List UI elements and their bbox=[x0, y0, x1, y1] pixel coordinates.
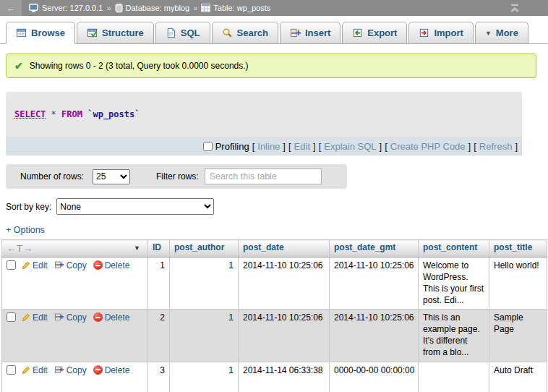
column-header-post-date-gmt[interactable]: post_date_gmt bbox=[330, 240, 419, 257]
sql-star: * bbox=[51, 109, 56, 119]
server-icon bbox=[29, 4, 39, 13]
explain-sql-link-group: [Explain SQL] bbox=[319, 141, 382, 152]
cell-post-date-gmt: 2014-11-10 10:25:06 bbox=[330, 310, 419, 362]
cell-post-content: Welcome to WordPress. This is your first… bbox=[419, 257, 489, 310]
back-button[interactable]: ← bbox=[0, 0, 22, 16]
database-icon bbox=[115, 4, 123, 13]
cell-actions: EditCopyDelete bbox=[2, 362, 148, 392]
success-message-text: Showing rows 0 - 2 (3 total, Query took … bbox=[30, 61, 249, 71]
delete-icon bbox=[93, 312, 103, 322]
tab-label: Browse bbox=[31, 27, 65, 38]
cell-post-content: This is an example page. It's different … bbox=[419, 310, 489, 362]
num-rows-select[interactable]: 25 bbox=[93, 169, 130, 184]
create-php-code-link[interactable]: Create PHP Code bbox=[388, 141, 468, 152]
inline-link-group: [Inline] bbox=[252, 141, 286, 152]
breadcrumb-table[interactable]: Table: wp_posts bbox=[201, 4, 270, 12]
sort-by-key-select[interactable]: None bbox=[56, 198, 214, 215]
copy-row-link[interactable]: Copy bbox=[54, 365, 87, 375]
sql-query-box: SELECT * FROM `wp_posts` bbox=[6, 92, 522, 137]
inline-link[interactable]: Inline bbox=[254, 141, 283, 152]
delete-row-link[interactable]: Delete bbox=[93, 260, 130, 270]
results-table: ←T→ ▼ ID post_author post_date post_date… bbox=[1, 239, 547, 392]
cell-post-date-gmt: 2014-11-10 10:25:06 bbox=[330, 257, 419, 310]
tab-insert[interactable]: Insert bbox=[280, 22, 341, 44]
edit-link[interactable]: Edit bbox=[291, 141, 313, 152]
breadcrumb-separator: » bbox=[106, 4, 111, 12]
edit-row-link[interactable]: Edit bbox=[21, 312, 48, 323]
bracket: ] bbox=[380, 141, 382, 152]
success-check-icon: ✔ bbox=[14, 60, 23, 72]
tab-structure[interactable]: Structure bbox=[77, 22, 154, 44]
cell-post-author: 1 bbox=[170, 310, 239, 362]
table-row: EditCopyDelete 2 1 2014-11-10 10:25:06 2… bbox=[2, 310, 547, 362]
table-row: EditCopyDelete 1 1 2014-11-10 10:25:06 2… bbox=[2, 257, 547, 310]
tab-search[interactable]: Search bbox=[212, 22, 278, 44]
cell-post-author: 1 bbox=[170, 257, 239, 310]
bracket: ] bbox=[283, 141, 286, 152]
tab-export[interactable]: Export bbox=[342, 22, 407, 44]
row-controls-bar: Number of rows: 25 Filter rows: bbox=[6, 164, 347, 189]
chevron-down-icon: ▼ bbox=[485, 30, 492, 37]
tab-label: Search bbox=[237, 27, 268, 38]
table-icon bbox=[201, 4, 210, 12]
breadcrumb-database-label: Database: myblog bbox=[126, 4, 190, 12]
breadcrumb-server[interactable]: Server: 127.0.0.1 bbox=[29, 4, 103, 13]
filter-input[interactable] bbox=[205, 169, 322, 184]
profiling-checkbox[interactable] bbox=[203, 142, 213, 151]
tab-browse[interactable]: Browse bbox=[6, 22, 75, 44]
search-icon bbox=[222, 27, 233, 38]
sql-page-icon bbox=[166, 27, 176, 38]
edit-row-link[interactable]: Edit bbox=[21, 260, 48, 270]
table-header-row: ←T→ ▼ ID post_author post_date post_date… bbox=[2, 240, 547, 257]
row-select-checkbox[interactable] bbox=[7, 260, 16, 270]
cell-id: 3 bbox=[148, 362, 170, 392]
query-section: SELECT * FROM `wp_posts` Profiling [Inli… bbox=[6, 92, 522, 155]
column-header-id[interactable]: ID bbox=[148, 240, 170, 257]
sort-row: Sort by key: None bbox=[6, 198, 548, 215]
cell-actions: EditCopyDelete bbox=[2, 257, 148, 310]
cell-post-title: Sample Page bbox=[489, 310, 547, 362]
query-tools-bar: Profiling [Inline] [Edit] [Explain SQL] … bbox=[6, 137, 522, 155]
cell-post-author: 1 bbox=[170, 362, 239, 392]
insert-row-icon bbox=[290, 27, 301, 38]
column-header-post-author[interactable]: post_author bbox=[170, 240, 239, 257]
tab-import[interactable]: Import bbox=[408, 22, 473, 44]
column-header-post-date[interactable]: post_date bbox=[239, 240, 330, 257]
breadcrumb-table-label: Table: wp_posts bbox=[213, 4, 270, 12]
options-toggle-link[interactable]: + Options bbox=[6, 225, 45, 235]
tab-label: Structure bbox=[102, 27, 144, 38]
tab-sql[interactable]: SQL bbox=[155, 22, 210, 44]
column-header-actions: ←T→ ▼ bbox=[2, 240, 148, 257]
copy-row-link[interactable]: Copy bbox=[54, 260, 87, 270]
cell-post-date: 2014-11-10 10:25:06 bbox=[239, 257, 330, 310]
column-header-post-title[interactable]: post_title bbox=[489, 240, 547, 257]
filter-rows-label: Filter rows: bbox=[156, 171, 199, 182]
edit-link-group: [Edit] bbox=[288, 141, 316, 152]
cell-post-date: 2014-11-10 10:25:06 bbox=[239, 310, 330, 362]
edit-row-link[interactable]: Edit bbox=[21, 365, 48, 375]
refresh-link[interactable]: Refresh bbox=[476, 141, 515, 152]
cell-actions: EditCopyDelete bbox=[2, 310, 148, 362]
row-select-checkbox[interactable] bbox=[7, 365, 16, 375]
explain-sql-link[interactable]: Explain SQL bbox=[321, 141, 379, 152]
cell-id: 2 bbox=[148, 310, 170, 362]
copy-row-link[interactable]: Copy bbox=[54, 312, 87, 323]
import-icon bbox=[419, 27, 429, 38]
column-header-post-content[interactable]: post_content bbox=[419, 240, 489, 257]
row-select-checkbox[interactable] bbox=[7, 312, 16, 322]
sort-dropdown-icon[interactable]: ▼ bbox=[134, 244, 140, 253]
cell-post-date: 2014-11-14 06:33:38 bbox=[239, 362, 330, 392]
tab-bar: Browse Structure SQL Search Insert Expor… bbox=[0, 16, 548, 44]
collapse-topbar-button[interactable] bbox=[509, 3, 521, 13]
tab-more[interactable]: ▼ More bbox=[475, 22, 528, 44]
num-rows-label: Number of rows: bbox=[20, 171, 84, 182]
cell-post-date-gmt: 0000-00-00 00:00:00 bbox=[330, 362, 419, 392]
breadcrumb-database[interactable]: Database: myblog bbox=[115, 4, 190, 13]
table-row: EditCopyDelete 3 1 2014-11-14 06:33:38 0… bbox=[2, 362, 547, 392]
sql-table-identifier: `wp_posts` bbox=[87, 109, 140, 119]
delete-row-link[interactable]: Delete bbox=[93, 312, 130, 323]
sql-keyword-select[interactable]: SELECT bbox=[14, 109, 46, 119]
column-drag-icon: ←T→ bbox=[7, 242, 33, 255]
profiling-label: Profiling bbox=[215, 141, 249, 152]
delete-row-link[interactable]: Delete bbox=[93, 365, 130, 375]
